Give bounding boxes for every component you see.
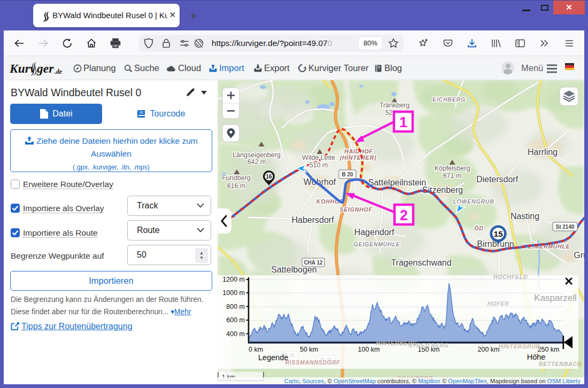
svg-text:1200 m: 1200 m [222, 276, 245, 283]
svg-text:.de: .de [55, 68, 62, 75]
svg-text:St 2140: St 2140 [555, 224, 574, 230]
svg-text:16: 16 [266, 173, 272, 180]
svg-text:1000 m: 1000 m [222, 289, 245, 297]
svg-text:Tränkberg: Tränkberg [380, 102, 410, 109]
svg-text:RETTENBACH: RETTENBACH [539, 361, 582, 367]
svg-text:Carto, Sources, © OpenStreetMa: Carto, Sources, © OpenStreetMap contribu… [284, 378, 581, 384]
svg-text:HOFEN: HOFEN [488, 300, 509, 307]
svg-text:Hagendorf: Hagendorf [354, 228, 394, 237]
svg-text:510 m: 510 m [310, 161, 328, 169]
svg-text:100 km: 100 km [358, 346, 380, 353]
svg-text:1: 1 [399, 114, 407, 130]
svg-text:200 km: 200 km [478, 346, 500, 353]
svg-text:Habersdorf: Habersdorf [291, 215, 334, 224]
svg-text:Sitzenberg: Sitzenberg [422, 185, 463, 195]
svg-text:Fundberg: Fundberg [222, 174, 251, 182]
svg-text:Kurv: Kurv [9, 61, 36, 75]
svg-text:ger: ger [36, 61, 54, 75]
svg-text:GEIGENMÜHLE: GEIGENMÜHLE [354, 241, 400, 247]
svg-text:ÖD: ÖD [474, 225, 483, 231]
svg-text:SEIGNHOF: SEIGNHOF [339, 206, 372, 213]
svg-text:HINTERGRUB: HINTERGRUB [499, 343, 540, 350]
svg-text:Wilde Leite: Wilde Leite [302, 154, 335, 161]
svg-text:671 m: 671 m [443, 172, 462, 180]
svg-text:400 m: 400 m [226, 330, 245, 338]
svg-text:Legende: Legende [258, 353, 288, 362]
svg-text:HOCHFELD: HOCHFELD [493, 274, 528, 280]
svg-text:Harrling: Harrling [528, 148, 558, 157]
svg-text:Köpfelsberg: Köpfelsberg [435, 165, 470, 172]
svg-text:50 km: 50 km [300, 346, 318, 353]
svg-text:Höhe: Höhe [527, 353, 546, 361]
svg-text:0 km: 0 km [249, 346, 263, 353]
svg-text:Längseigenberg: Längseigenberg [233, 151, 281, 159]
svg-text:CHA 12: CHA 12 [304, 260, 323, 266]
svg-text:Kasparzell: Kasparzell [534, 293, 576, 303]
svg-text:RISSMANNSDORF: RISSMANNSDORF [285, 359, 340, 366]
svg-text:STREITBERG: STREITBERG [408, 342, 449, 348]
svg-text:EICHBERG: EICHBERG [432, 96, 466, 103]
svg-text:616 m: 616 m [227, 182, 246, 190]
svg-text:(HINTERER): (HINTERER) [340, 154, 377, 161]
svg-text:Tragenschwand: Tragenschwand [391, 258, 451, 267]
svg-text:Grub: Grub [574, 251, 584, 260]
svg-text:600 m: 600 m [226, 316, 245, 324]
svg-text:800 m: 800 m [226, 303, 245, 311]
svg-text:Nasting: Nasting [510, 212, 539, 221]
svg-text:Dietersdorf: Dietersdorf [476, 175, 519, 184]
svg-text:Sattelpeilnstein: Sattelpeilnstein [368, 178, 427, 187]
svg-text:2: 2 [400, 207, 408, 223]
svg-text:250 km: 250 km [538, 346, 560, 353]
svg-text:15: 15 [493, 229, 503, 238]
svg-text:642 m: 642 m [247, 158, 266, 166]
svg-text:B 20: B 20 [342, 172, 353, 177]
